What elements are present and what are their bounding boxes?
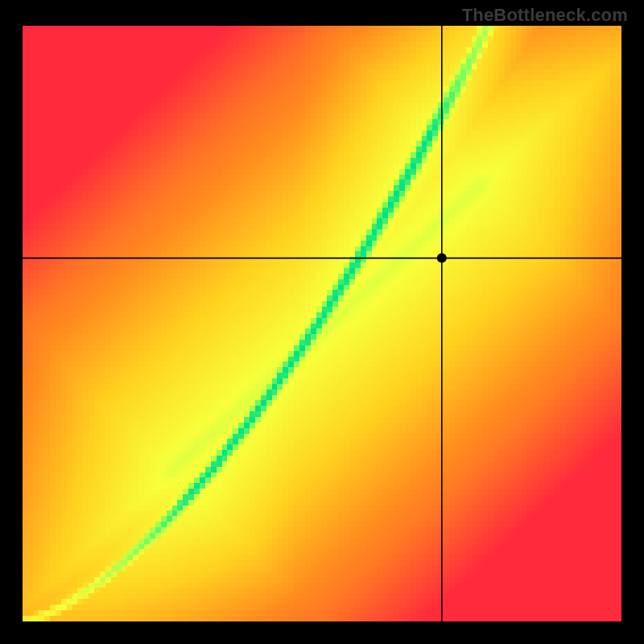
- watermark-text: TheBottleneck.com: [462, 5, 628, 26]
- bottleneck-heatmap: [23, 26, 621, 621]
- chart-frame: TheBottleneck.com: [0, 0, 644, 644]
